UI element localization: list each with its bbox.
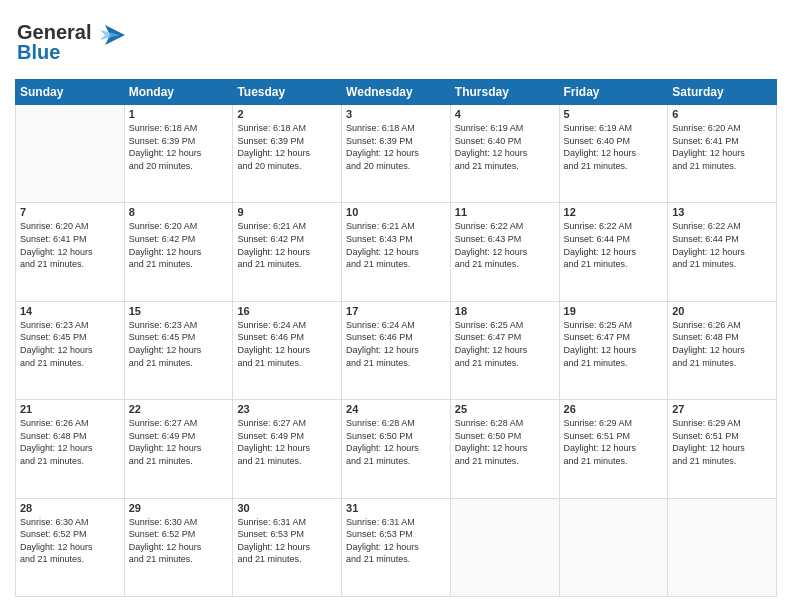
cell-info: Sunrise: 6:27 AM Sunset: 6:49 PM Dayligh…: [129, 417, 229, 467]
day-number: 21: [20, 403, 120, 415]
cal-cell: 10Sunrise: 6:21 AM Sunset: 6:43 PM Dayli…: [342, 203, 451, 301]
cal-cell: 28Sunrise: 6:30 AM Sunset: 6:52 PM Dayli…: [16, 498, 125, 596]
cell-info: Sunrise: 6:31 AM Sunset: 6:53 PM Dayligh…: [346, 516, 446, 566]
cell-info: Sunrise: 6:20 AM Sunset: 6:41 PM Dayligh…: [672, 122, 772, 172]
cell-info: Sunrise: 6:26 AM Sunset: 6:48 PM Dayligh…: [672, 319, 772, 369]
day-number: 1: [129, 108, 229, 120]
week-row-4: 28Sunrise: 6:30 AM Sunset: 6:52 PM Dayli…: [16, 498, 777, 596]
day-number: 20: [672, 305, 772, 317]
day-number: 22: [129, 403, 229, 415]
day-number: 2: [237, 108, 337, 120]
cal-cell: [668, 498, 777, 596]
day-number: 5: [564, 108, 664, 120]
week-row-1: 7Sunrise: 6:20 AM Sunset: 6:41 PM Daylig…: [16, 203, 777, 301]
col-header-thursday: Thursday: [450, 80, 559, 105]
page: General Blue SundayMondayTuesdayWednesda…: [0, 0, 792, 612]
day-number: 27: [672, 403, 772, 415]
col-header-saturday: Saturday: [668, 80, 777, 105]
cal-cell: 19Sunrise: 6:25 AM Sunset: 6:47 PM Dayli…: [559, 301, 668, 399]
day-number: 4: [455, 108, 555, 120]
cal-cell: 12Sunrise: 6:22 AM Sunset: 6:44 PM Dayli…: [559, 203, 668, 301]
day-number: 30: [237, 502, 337, 514]
cal-cell: 16Sunrise: 6:24 AM Sunset: 6:46 PM Dayli…: [233, 301, 342, 399]
day-number: 23: [237, 403, 337, 415]
day-number: 24: [346, 403, 446, 415]
day-number: 17: [346, 305, 446, 317]
col-header-sunday: Sunday: [16, 80, 125, 105]
col-header-friday: Friday: [559, 80, 668, 105]
cell-info: Sunrise: 6:31 AM Sunset: 6:53 PM Dayligh…: [237, 516, 337, 566]
cal-cell: 13Sunrise: 6:22 AM Sunset: 6:44 PM Dayli…: [668, 203, 777, 301]
day-number: 15: [129, 305, 229, 317]
day-number: 13: [672, 206, 772, 218]
cell-info: Sunrise: 6:30 AM Sunset: 6:52 PM Dayligh…: [20, 516, 120, 566]
cal-cell: 27Sunrise: 6:29 AM Sunset: 6:51 PM Dayli…: [668, 400, 777, 498]
day-number: 19: [564, 305, 664, 317]
cal-cell: 2Sunrise: 6:18 AM Sunset: 6:39 PM Daylig…: [233, 105, 342, 203]
cell-info: Sunrise: 6:20 AM Sunset: 6:41 PM Dayligh…: [20, 220, 120, 270]
day-number: 18: [455, 305, 555, 317]
cell-info: Sunrise: 6:24 AM Sunset: 6:46 PM Dayligh…: [237, 319, 337, 369]
cell-info: Sunrise: 6:21 AM Sunset: 6:43 PM Dayligh…: [346, 220, 446, 270]
cal-cell: 4Sunrise: 6:19 AM Sunset: 6:40 PM Daylig…: [450, 105, 559, 203]
col-header-tuesday: Tuesday: [233, 80, 342, 105]
cal-cell: 8Sunrise: 6:20 AM Sunset: 6:42 PM Daylig…: [124, 203, 233, 301]
col-header-wednesday: Wednesday: [342, 80, 451, 105]
cal-cell: 24Sunrise: 6:28 AM Sunset: 6:50 PM Dayli…: [342, 400, 451, 498]
cell-info: Sunrise: 6:18 AM Sunset: 6:39 PM Dayligh…: [129, 122, 229, 172]
day-number: 3: [346, 108, 446, 120]
col-header-monday: Monday: [124, 80, 233, 105]
cal-cell: [559, 498, 668, 596]
cal-cell: 15Sunrise: 6:23 AM Sunset: 6:45 PM Dayli…: [124, 301, 233, 399]
cal-cell: 21Sunrise: 6:26 AM Sunset: 6:48 PM Dayli…: [16, 400, 125, 498]
cell-info: Sunrise: 6:27 AM Sunset: 6:49 PM Dayligh…: [237, 417, 337, 467]
cal-cell: 18Sunrise: 6:25 AM Sunset: 6:47 PM Dayli…: [450, 301, 559, 399]
day-number: 16: [237, 305, 337, 317]
cal-cell: 20Sunrise: 6:26 AM Sunset: 6:48 PM Dayli…: [668, 301, 777, 399]
svg-text:General: General: [17, 21, 91, 43]
day-number: 29: [129, 502, 229, 514]
day-number: 26: [564, 403, 664, 415]
cal-cell: [450, 498, 559, 596]
cal-cell: 1Sunrise: 6:18 AM Sunset: 6:39 PM Daylig…: [124, 105, 233, 203]
cell-info: Sunrise: 6:23 AM Sunset: 6:45 PM Dayligh…: [129, 319, 229, 369]
cell-info: Sunrise: 6:19 AM Sunset: 6:40 PM Dayligh…: [455, 122, 555, 172]
cell-info: Sunrise: 6:23 AM Sunset: 6:45 PM Dayligh…: [20, 319, 120, 369]
cell-info: Sunrise: 6:22 AM Sunset: 6:43 PM Dayligh…: [455, 220, 555, 270]
cell-info: Sunrise: 6:29 AM Sunset: 6:51 PM Dayligh…: [672, 417, 772, 467]
cal-cell: 30Sunrise: 6:31 AM Sunset: 6:53 PM Dayli…: [233, 498, 342, 596]
day-number: 28: [20, 502, 120, 514]
cal-cell: 25Sunrise: 6:28 AM Sunset: 6:50 PM Dayli…: [450, 400, 559, 498]
header: General Blue: [15, 15, 777, 69]
cell-info: Sunrise: 6:25 AM Sunset: 6:47 PM Dayligh…: [455, 319, 555, 369]
cal-cell: 3Sunrise: 6:18 AM Sunset: 6:39 PM Daylig…: [342, 105, 451, 203]
cell-info: Sunrise: 6:26 AM Sunset: 6:48 PM Dayligh…: [20, 417, 120, 467]
cal-cell: 7Sunrise: 6:20 AM Sunset: 6:41 PM Daylig…: [16, 203, 125, 301]
logo: General Blue: [15, 15, 125, 69]
cal-cell: 6Sunrise: 6:20 AM Sunset: 6:41 PM Daylig…: [668, 105, 777, 203]
svg-text:Blue: Blue: [17, 41, 60, 63]
cell-info: Sunrise: 6:18 AM Sunset: 6:39 PM Dayligh…: [346, 122, 446, 172]
day-number: 6: [672, 108, 772, 120]
cell-info: Sunrise: 6:29 AM Sunset: 6:51 PM Dayligh…: [564, 417, 664, 467]
cell-info: Sunrise: 6:20 AM Sunset: 6:42 PM Dayligh…: [129, 220, 229, 270]
cal-cell: 17Sunrise: 6:24 AM Sunset: 6:46 PM Dayli…: [342, 301, 451, 399]
cal-cell: 22Sunrise: 6:27 AM Sunset: 6:49 PM Dayli…: [124, 400, 233, 498]
cell-info: Sunrise: 6:25 AM Sunset: 6:47 PM Dayligh…: [564, 319, 664, 369]
day-number: 12: [564, 206, 664, 218]
day-number: 31: [346, 502, 446, 514]
header-row: SundayMondayTuesdayWednesdayThursdayFrid…: [16, 80, 777, 105]
day-number: 14: [20, 305, 120, 317]
day-number: 25: [455, 403, 555, 415]
day-number: 8: [129, 206, 229, 218]
cal-cell: 29Sunrise: 6:30 AM Sunset: 6:52 PM Dayli…: [124, 498, 233, 596]
cell-info: Sunrise: 6:28 AM Sunset: 6:50 PM Dayligh…: [346, 417, 446, 467]
calendar-table: SundayMondayTuesdayWednesdayThursdayFrid…: [15, 79, 777, 597]
cal-cell: 9Sunrise: 6:21 AM Sunset: 6:42 PM Daylig…: [233, 203, 342, 301]
day-number: 10: [346, 206, 446, 218]
day-number: 9: [237, 206, 337, 218]
cal-cell: 23Sunrise: 6:27 AM Sunset: 6:49 PM Dayli…: [233, 400, 342, 498]
cell-info: Sunrise: 6:30 AM Sunset: 6:52 PM Dayligh…: [129, 516, 229, 566]
cell-info: Sunrise: 6:21 AM Sunset: 6:42 PM Dayligh…: [237, 220, 337, 270]
cal-cell: 26Sunrise: 6:29 AM Sunset: 6:51 PM Dayli…: [559, 400, 668, 498]
